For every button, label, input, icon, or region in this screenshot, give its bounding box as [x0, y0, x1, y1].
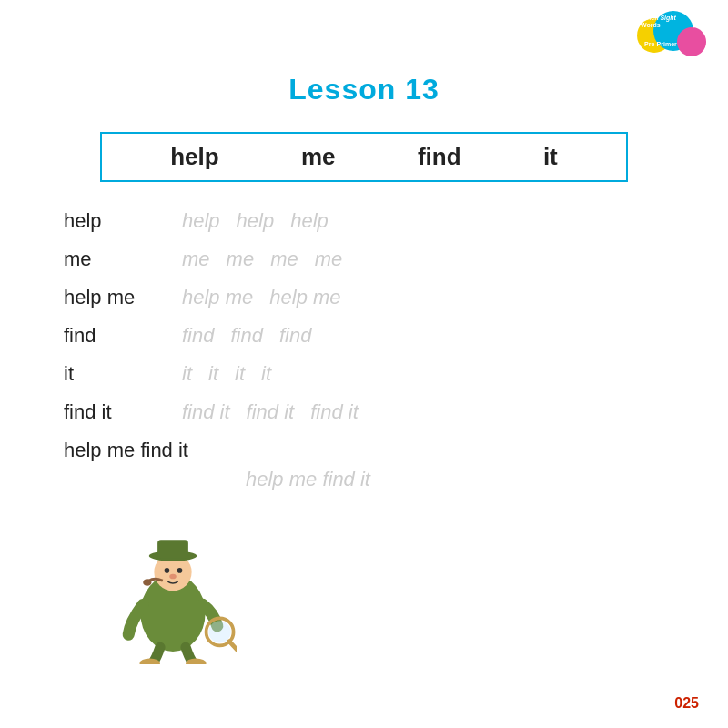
svg-point-6 — [169, 574, 177, 580]
svg-line-9 — [229, 642, 237, 652]
word-label: help — [64, 209, 182, 233]
trace-word: help me — [269, 286, 340, 309]
trace-word: find — [230, 324, 262, 348]
word-label: help me find it — [64, 439, 246, 462]
logo-text-top: Dolch SightWords — [641, 15, 676, 28]
trace-word: me — [270, 248, 298, 271]
sight-word-it: it — [543, 143, 558, 171]
word-label: it — [64, 362, 182, 386]
sight-word-find: find — [418, 143, 461, 171]
svg-point-8 — [208, 621, 230, 642]
practice-row-help: help help help help — [64, 209, 664, 233]
practice-row-help-me: help me help me help me — [64, 286, 664, 309]
trace-word: find it — [182, 400, 230, 424]
svg-point-12 — [143, 579, 151, 586]
trace-words: help help help — [182, 209, 329, 233]
practice-row-full-phrase: help me find it — [64, 439, 664, 462]
practice-area: help help help help me me me me me help … — [64, 209, 664, 491]
trace-word: me — [182, 248, 210, 271]
word-label: find — [64, 324, 182, 348]
sight-word-help: help — [170, 143, 218, 171]
trace-word: find it — [247, 400, 295, 424]
trace-words: it it it it — [182, 362, 271, 386]
trace-word: it — [235, 362, 245, 386]
trace-word: it — [182, 362, 192, 386]
detective-illustration — [109, 528, 255, 673]
lesson-title: Lesson 13 — [0, 0, 728, 106]
trace-word: help — [237, 209, 275, 233]
trace-word: find — [182, 324, 214, 348]
logo: Dolch SightWords Pre-Primer — [637, 11, 710, 61]
trace-word: it — [261, 362, 271, 386]
trace-word: find it — [310, 400, 359, 424]
svg-point-4 — [165, 568, 170, 573]
practice-row-it: it it it it it — [64, 362, 664, 386]
practice-row-find-it: find it find it find it find it — [64, 400, 664, 424]
trace-words: find find find — [182, 324, 311, 348]
trace-word: help — [182, 209, 220, 233]
trace-word: me — [315, 248, 343, 271]
svg-point-5 — [177, 568, 183, 573]
trace-words: help me help me — [182, 286, 341, 309]
trace-words: me me me me — [182, 248, 342, 271]
trace-word: help me — [182, 286, 253, 309]
word-label: help me — [64, 286, 182, 309]
svg-rect-3 — [157, 540, 188, 559]
practice-row-find: find find find find — [64, 324, 664, 348]
full-phrase-trace: help me find it — [246, 468, 370, 490]
trace-word: me — [227, 248, 255, 271]
word-label: find it — [64, 400, 182, 424]
page-number: 025 — [674, 695, 699, 712]
trace-word: find — [279, 324, 311, 348]
trace-word: help — [290, 209, 329, 233]
logo-pink-blob — [677, 27, 706, 56]
logo-text-bottom: Pre-Primer — [644, 41, 677, 47]
sight-words-box: help me find it — [100, 132, 628, 182]
trace-words: find it find it find it — [182, 400, 359, 424]
sight-word-me: me — [301, 143, 336, 171]
trace-word: it — [208, 362, 218, 386]
page: Dolch SightWords Pre-Primer Lesson 13 he… — [0, 0, 728, 728]
practice-row-me: me me me me me — [64, 248, 664, 271]
word-label: me — [64, 248, 182, 271]
